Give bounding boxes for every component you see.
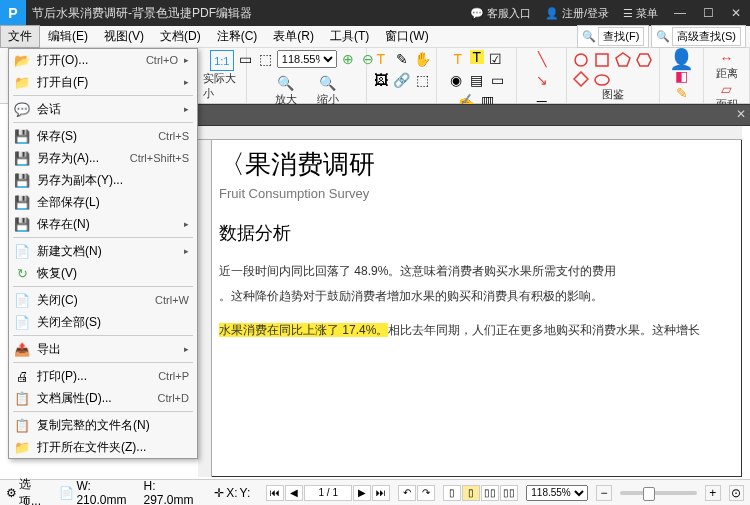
doc-heading: 〈果消费调研 (219, 147, 731, 182)
edit-tool-icon[interactable]: ✎ (393, 50, 411, 68)
menu-close-all[interactable]: 📄关闭全部(S) (9, 311, 197, 333)
zoom-slider[interactable] (620, 491, 697, 495)
customer-service-link[interactable]: 💬 客服入口 (470, 6, 531, 21)
arrow-red-icon[interactable]: ↘ (533, 71, 551, 89)
save-all-icon: 💾 (13, 193, 31, 211)
status-zoom-select[interactable]: 118.55% (526, 485, 588, 501)
menu-save[interactable]: 💾保存(S)Ctrl+S (9, 125, 197, 147)
menu-new-doc[interactable]: 📄新建文档(N)▸ (9, 240, 197, 262)
export-icon: 📤 (13, 340, 31, 358)
fit-actual-icon[interactable]: 1:1 (210, 50, 234, 71)
zoom-out-icon[interactable]: 🔍 (319, 74, 337, 92)
menu-save-copy[interactable]: 💾另存为副本(Y)... (9, 169, 197, 191)
hand-tool-icon[interactable]: ✋ (414, 50, 432, 68)
zoom-out-button[interactable]: − (596, 485, 612, 501)
distance-icon[interactable]: ↔ (718, 50, 736, 66)
eraser-icon[interactable]: ◧ (673, 68, 691, 85)
first-page-button[interactable]: ⏮ (266, 485, 284, 501)
form-list-icon[interactable]: ▤ (468, 71, 486, 89)
zoom-in-icon[interactable]: 🔍 (277, 74, 295, 92)
menu-view[interactable]: 视图(V) (96, 25, 152, 48)
menu-window[interactable]: 窗口(W) (377, 25, 436, 48)
line-red-icon[interactable]: ╲ (533, 50, 551, 68)
zoom-reset-button[interactable]: ⊙ (729, 485, 745, 501)
svg-marker-3 (637, 54, 651, 66)
view-cont-button[interactable]: ▯ (462, 485, 480, 501)
stamp-person-icon[interactable]: 👤 (673, 50, 691, 68)
close-button[interactable]: ✕ (722, 0, 750, 26)
zoom-plus-icon[interactable]: ⊕ (339, 50, 357, 68)
menu-doc-props[interactable]: 📋文档属性(D)...Ctrl+D (9, 387, 197, 409)
close-all-icon: 📄 (13, 313, 31, 331)
copy-name-icon: 📋 (13, 416, 31, 434)
form-button-icon[interactable]: ▭ (489, 71, 507, 89)
text-tool-icon[interactable]: T (372, 50, 390, 68)
menu-form[interactable]: 表单(R) (265, 25, 322, 48)
highlighted-text: 水果消费在同比上涨了 17.4%。 (219, 323, 388, 337)
menu-restore[interactable]: ↻恢复(V) (9, 262, 197, 284)
view-single-button[interactable]: ▯ (443, 485, 461, 501)
menu-document[interactable]: 文档(D) (152, 25, 209, 48)
menu-save-all[interactable]: 💾全部保存(L) (9, 191, 197, 213)
menu-close[interactable]: 📄关闭(C)Ctrl+W (9, 289, 197, 311)
menu-save-in[interactable]: 💾保存在(N)▸ (9, 213, 197, 235)
save-copy-icon: 💾 (13, 171, 31, 189)
last-page-button[interactable]: ⏭ (372, 485, 390, 501)
form-highlight-icon[interactable]: T (470, 50, 484, 64)
form-check-icon[interactable]: ☑ (487, 50, 505, 68)
form-text-icon[interactable]: T (449, 50, 467, 68)
diamond-shape-icon[interactable] (573, 71, 589, 87)
form-radio-icon[interactable]: ◉ (447, 71, 465, 89)
login-link[interactable]: 👤 注册/登录 (545, 6, 609, 21)
nav-back-button[interactable]: ↶ (398, 485, 416, 501)
menu-edit[interactable]: 编辑(E) (40, 25, 96, 48)
menu-print[interactable]: 🖨打印(P)...Ctrl+P (9, 365, 197, 387)
find-button[interactable]: 🔍查找(F) (577, 25, 649, 48)
pentagon-shape-icon[interactable] (615, 52, 631, 68)
hexagon-shape-icon[interactable] (636, 52, 652, 68)
menu-open-location[interactable]: 📁打开所在文件夹(Z)... (9, 436, 197, 458)
menu-save-as[interactable]: 💾另存为(A)...Ctrl+Shift+S (9, 147, 197, 169)
app-logo: P (0, 0, 26, 26)
cloud-shape-icon[interactable] (594, 71, 610, 87)
menu-file[interactable]: 文件 (0, 25, 40, 48)
view-facing-button[interactable]: ▯▯ (481, 485, 499, 501)
maximize-button[interactable]: ☐ (694, 0, 722, 26)
ruler-vertical (198, 140, 212, 477)
menu-session[interactable]: 💬会话▸ (9, 98, 197, 120)
close-doc-icon[interactable]: ✕ (736, 107, 746, 121)
circle-shape-icon[interactable] (573, 52, 589, 68)
save-in-icon: 💾 (13, 215, 31, 233)
page-input[interactable] (304, 485, 352, 501)
menu-bar: 文件 编辑(E) 视图(V) 文档(D) 注释(C) 表单(R) 工具(T) 窗… (0, 26, 750, 48)
next-page-button[interactable]: ▶ (353, 485, 371, 501)
ruler-horizontal (198, 126, 742, 140)
main-menu-link[interactable]: ☰ 菜单 (623, 6, 658, 21)
advanced-find-button[interactable]: 🔍高级查找(S) (651, 25, 746, 48)
view-cont-facing-button[interactable]: ▯▯ (500, 485, 518, 501)
options-button[interactable]: ⚙ 选项... (6, 476, 51, 506)
minimize-button[interactable]: — (666, 0, 694, 26)
menu-open-from[interactable]: 📁打开自(F)▸ (9, 71, 197, 93)
select-tool-icon[interactable]: ⬚ (414, 71, 432, 89)
menu-copy-name[interactable]: 📋复制完整的文件名(N) (9, 414, 197, 436)
zoom-select[interactable]: 118.55% (277, 50, 337, 68)
document-viewport[interactable]: 〈果消费调研 Fruit Consumption Survey 数据分析 近一段… (198, 126, 742, 477)
print-icon: 🖨 (13, 367, 31, 385)
title-bar: P 节后水果消费调研-背景色迅捷PDF编辑器 💬 客服入口 👤 注册/登录 ☰ … (0, 0, 750, 26)
menu-open[interactable]: 📂打开(O)...Ctrl+O▸ (9, 49, 197, 71)
zoom-in-button[interactable]: + (705, 485, 721, 501)
fit-width-icon[interactable]: ⬚ (257, 50, 275, 68)
square-shape-icon[interactable] (594, 52, 610, 68)
nav-fwd-button[interactable]: ↷ (417, 485, 435, 501)
image-tool-icon[interactable]: 🖼 (372, 71, 390, 89)
pencil-icon[interactable]: ✎ (673, 85, 691, 102)
area-icon[interactable]: ▱ (718, 81, 736, 97)
folder-icon: 📁 (13, 438, 31, 456)
menu-comment[interactable]: 注释(C) (209, 25, 266, 48)
menu-export[interactable]: 📤导出▸ (9, 338, 197, 360)
link-tool-icon[interactable]: 🔗 (393, 71, 411, 89)
menu-tools[interactable]: 工具(T) (322, 25, 377, 48)
prev-page-button[interactable]: ◀ (285, 485, 303, 501)
fit-page-icon[interactable]: ▭ (237, 50, 255, 68)
